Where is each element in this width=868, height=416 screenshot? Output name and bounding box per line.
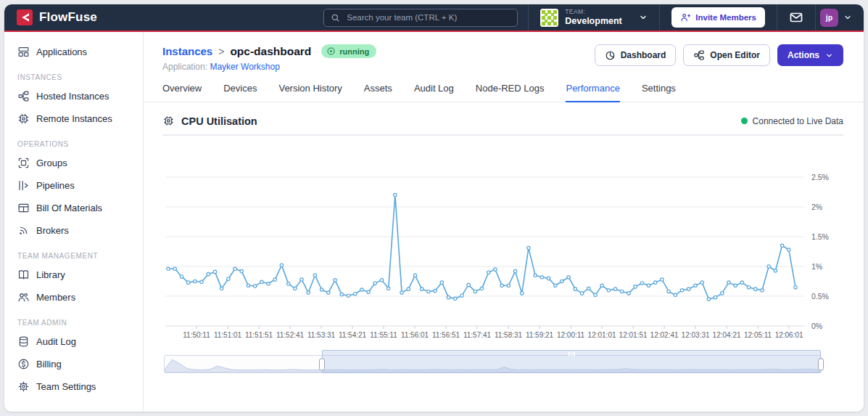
x-axis-tick-label: 11:52:41 xyxy=(276,331,305,339)
application-label: Application: xyxy=(162,62,207,72)
dashboard-button[interactable]: Dashboard xyxy=(595,44,677,66)
mail-icon[interactable] xyxy=(789,10,803,25)
sidebar-item-team-settings[interactable]: Team Settings xyxy=(4,375,143,398)
pipelines-icon xyxy=(17,179,30,192)
sidebar-item-audit-log[interactable]: Audit Log xyxy=(4,330,143,353)
chevron-down-icon xyxy=(843,13,852,22)
sidebar-item-bill-of-materials[interactable]: Bill Of Materials xyxy=(4,197,143,219)
sidebar-item-label: Library xyxy=(36,269,65,280)
x-axis-tick-label: 11:58:31 xyxy=(495,331,523,339)
remote-instances-icon xyxy=(17,113,30,125)
dashboard-button-label: Dashboard xyxy=(621,50,666,60)
team-search[interactable] xyxy=(323,9,518,27)
y-axis-tick-label: 1.5% xyxy=(811,232,829,241)
sidebar-item-remote-instances[interactable]: Remote Instances xyxy=(4,107,143,130)
x-axis-tick-label: 12:01:01 xyxy=(588,331,616,339)
actions-button-label: Actions xyxy=(788,50,819,60)
sidebar-section-header: INSTANCES xyxy=(17,73,130,81)
tab-node-red-logs[interactable]: Node-RED Logs xyxy=(476,83,545,102)
sidebar-item-label: Members xyxy=(36,292,75,303)
x-axis-tick-label: 12:05:11 xyxy=(744,331,772,339)
y-axis-tick-label: 0% xyxy=(811,322,822,330)
tab-version-history[interactable]: Version History xyxy=(278,83,342,102)
breadcrumb-instances-link[interactable]: Instances xyxy=(162,45,212,57)
x-axis-tick-label: 11:51:51 xyxy=(245,331,273,339)
y-axis-tick-label: 1% xyxy=(811,262,822,271)
sidebar-item-groups[interactable]: Groups xyxy=(4,152,143,174)
x-axis-tick-label: 11:57:41 xyxy=(463,331,492,339)
x-axis-tick-label: 11:50:11 xyxy=(183,331,210,339)
person-plus-icon xyxy=(680,12,690,23)
sidebar: ApplicationsINSTANCESHosted InstancesRem… xyxy=(4,32,144,412)
sidebar-item-label: Billing xyxy=(36,359,62,370)
node-editor-icon xyxy=(693,49,705,61)
sidebar-item-label: Remote Instances xyxy=(36,113,112,124)
sidebar-item-label: Bill Of Materials xyxy=(36,203,102,213)
sidebar-item-billing[interactable]: Billing xyxy=(4,353,143,375)
flowfuse-logo[interactable]: FlowFuse xyxy=(16,9,97,26)
x-axis-tick-label: 11:51:01 xyxy=(214,331,242,339)
bill-of-materials-icon xyxy=(17,202,30,214)
sidebar-item-label: Team Settings xyxy=(36,381,96,392)
live-status-label: Connected to Live Data xyxy=(753,116,843,126)
brush-grip-icon[interactable] xyxy=(569,352,575,356)
panel-title: CPU Utilisation xyxy=(181,115,257,127)
brush-selection[interactable] xyxy=(322,350,821,373)
tab-devices[interactable]: Devices xyxy=(223,83,257,102)
library-icon xyxy=(17,269,30,281)
sidebar-item-hosted-instances[interactable]: Hosted Instances xyxy=(4,85,143,107)
team-selector[interactable]: TEAM: Development xyxy=(529,9,659,27)
tab-overview[interactable]: Overview xyxy=(162,83,202,102)
cpu-chart: 0%0.5%1%1.5%2%2.5%11:50:1111:51:0111:51:… xyxy=(162,139,843,348)
status-badge-label: running xyxy=(339,47,369,56)
sidebar-item-label: Brokers xyxy=(36,225,69,236)
tab-audit-log[interactable]: Audit Log xyxy=(414,83,454,102)
audit-log-icon xyxy=(17,335,30,348)
hosted-instances-icon xyxy=(17,90,30,102)
members-icon xyxy=(17,291,30,303)
chart-zoom-brush[interactable] xyxy=(164,355,822,373)
brush-handle-right[interactable] xyxy=(818,358,824,370)
applications-icon xyxy=(17,46,30,58)
brand-name: FlowFuse xyxy=(39,10,97,25)
search-input[interactable] xyxy=(345,12,511,23)
invite-members-button[interactable]: Invite Members xyxy=(671,7,765,28)
sidebar-item-pipelines[interactable]: Pipelines xyxy=(4,174,143,197)
sidebar-section-header: TEAM MANAGEMENT xyxy=(17,252,130,260)
x-axis-tick-label: 11:54:21 xyxy=(339,331,367,339)
performance-panel: CPU Utilisation Connected to Live Data 0… xyxy=(144,102,864,412)
team-settings-icon xyxy=(17,380,30,393)
y-axis-tick-label: 0.5% xyxy=(811,292,829,301)
tab-assets[interactable]: Assets xyxy=(364,83,392,102)
brush-handle-left[interactable] xyxy=(319,358,325,370)
x-axis-tick-label: 12:03:31 xyxy=(682,331,710,339)
actions-button[interactable]: Actions xyxy=(777,44,843,66)
app-window: FlowFuse TEAM: Development Invite Member… xyxy=(4,4,864,412)
sidebar-item-label: Audit Log xyxy=(36,336,76,347)
main-content: Instances > opc-dashboard running Applic… xyxy=(144,32,864,412)
sidebar-item-label: Applications xyxy=(36,46,87,57)
sidebar-item-library[interactable]: Library xyxy=(4,264,143,286)
chevron-down-icon xyxy=(639,13,648,22)
sidebar-item-members[interactable]: Members xyxy=(4,286,143,309)
user-menu[interactable]: jp xyxy=(816,9,864,27)
brokers-icon xyxy=(17,224,30,237)
application-link[interactable]: Mayker Workshop xyxy=(210,62,279,72)
breadcrumb-separator: > xyxy=(218,46,224,57)
top-navbar: FlowFuse TEAM: Development Invite Member… xyxy=(4,4,864,32)
x-axis-tick-label: 12:06:01 xyxy=(775,331,803,339)
live-dot-icon xyxy=(741,118,748,124)
instance-tabs: OverviewDevicesVersion HistoryAssetsAudi… xyxy=(144,83,864,102)
play-circle-icon xyxy=(326,46,336,56)
sidebar-item-applications[interactable]: Applications xyxy=(4,41,143,63)
cpu-chip-icon xyxy=(162,115,175,127)
flowfuse-logo-icon xyxy=(16,9,33,26)
tab-performance[interactable]: Performance xyxy=(566,83,619,102)
invite-members-label: Invite Members xyxy=(695,13,756,22)
pie-chart-icon xyxy=(605,50,616,61)
sidebar-item-brokers[interactable]: Brokers xyxy=(4,219,143,242)
open-editor-button[interactable]: Open Editor xyxy=(683,44,770,66)
tab-settings[interactable]: Settings xyxy=(642,83,676,102)
search-icon xyxy=(331,13,340,23)
x-axis-tick-label: 12:04:21 xyxy=(713,331,741,339)
